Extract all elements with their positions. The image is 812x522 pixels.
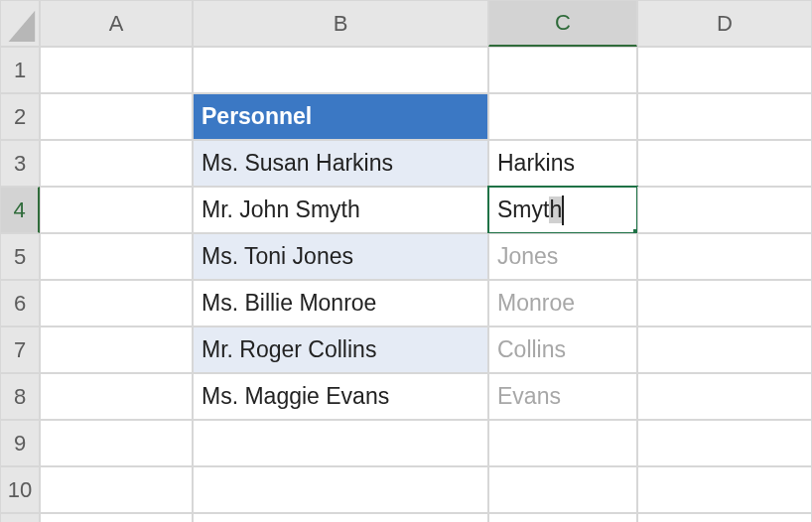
- cell-B9[interactable]: [193, 420, 488, 466]
- row-header-2[interactable]: 2: [0, 93, 40, 140]
- row-header-1[interactable]: 1: [0, 47, 40, 93]
- row-header-10[interactable]: 10: [0, 466, 40, 513]
- row-header-6[interactable]: 6: [0, 280, 40, 326]
- cell-B4[interactable]: Mr. John Smyth: [193, 187, 488, 233]
- cell-B10[interactable]: [193, 466, 488, 513]
- cell-B3[interactable]: Ms. Susan Harkins: [193, 140, 488, 187]
- cell-C4-editing[interactable]: Smyth: [488, 187, 637, 233]
- cell-A4[interactable]: [40, 187, 193, 233]
- svg-marker-0: [9, 11, 36, 42]
- cell-C7-flashfill[interactable]: Collins: [488, 326, 637, 373]
- cell-A10[interactable]: [40, 466, 193, 513]
- col-header-B[interactable]: B: [193, 0, 488, 47]
- cell-D11[interactable]: [637, 513, 812, 522]
- cell-D4[interactable]: [637, 187, 812, 233]
- cell-D1[interactable]: [637, 47, 812, 93]
- cell-D7[interactable]: [637, 326, 812, 373]
- cell-B7[interactable]: Mr. Roger Collins: [193, 326, 488, 373]
- cell-C3[interactable]: Harkins: [488, 140, 637, 187]
- text-cursor: [562, 196, 564, 225]
- cell-C11[interactable]: [488, 513, 637, 522]
- col-header-A[interactable]: A: [40, 0, 193, 47]
- cell-C6-flashfill[interactable]: Monroe: [488, 280, 637, 326]
- editing-selected-char: h: [549, 196, 562, 223]
- cell-A2[interactable]: [40, 93, 193, 140]
- row-header-4[interactable]: 4: [0, 187, 40, 233]
- cell-D6[interactable]: [637, 280, 812, 326]
- cell-C2[interactable]: [488, 93, 637, 140]
- cell-D3[interactable]: [637, 140, 812, 187]
- row-header-5[interactable]: 5: [0, 233, 40, 280]
- spreadsheet-grid[interactable]: A B C D 1 2 Personnel 3 Ms. Susan Harkin…: [0, 0, 812, 513]
- cell-A3[interactable]: [40, 140, 193, 187]
- cell-C5-flashfill[interactable]: Jones: [488, 233, 637, 280]
- cell-B1[interactable]: [193, 47, 488, 93]
- cell-A9[interactable]: [40, 420, 193, 466]
- cell-B6[interactable]: Ms. Billie Monroe: [193, 280, 488, 326]
- cell-B11[interactable]: [193, 513, 488, 522]
- cell-B2-table-header[interactable]: Personnel: [193, 93, 488, 140]
- cell-B8[interactable]: Ms. Maggie Evans: [193, 373, 488, 420]
- col-header-C[interactable]: C: [488, 0, 637, 47]
- col-header-D[interactable]: D: [637, 0, 812, 47]
- cell-A6[interactable]: [40, 280, 193, 326]
- cell-A5[interactable]: [40, 233, 193, 280]
- cell-C9[interactable]: [488, 420, 637, 466]
- cell-D2[interactable]: [637, 93, 812, 140]
- cell-D5[interactable]: [637, 233, 812, 280]
- cell-A11[interactable]: [40, 513, 193, 522]
- cell-C1[interactable]: [488, 47, 637, 93]
- select-all-corner[interactable]: [0, 0, 40, 47]
- cell-D9[interactable]: [637, 420, 812, 466]
- cell-B5[interactable]: Ms. Toni Jones: [193, 233, 488, 280]
- cell-A8[interactable]: [40, 373, 193, 420]
- row-header-8[interactable]: 8: [0, 373, 40, 420]
- row-header-3[interactable]: 3: [0, 140, 40, 187]
- cell-A1[interactable]: [40, 47, 193, 93]
- cell-C8-flashfill[interactable]: Evans: [488, 373, 637, 420]
- editing-text-prefix: Smyt: [497, 196, 549, 223]
- cell-A7[interactable]: [40, 326, 193, 373]
- row-header-11[interactable]: 11: [0, 513, 40, 522]
- cell-D8[interactable]: [637, 373, 812, 420]
- cell-C10[interactable]: [488, 466, 637, 513]
- row-header-7[interactable]: 7: [0, 326, 40, 373]
- partial-row-11: 11: [0, 513, 812, 522]
- cell-D10[interactable]: [637, 466, 812, 513]
- row-header-9[interactable]: 9: [0, 420, 40, 466]
